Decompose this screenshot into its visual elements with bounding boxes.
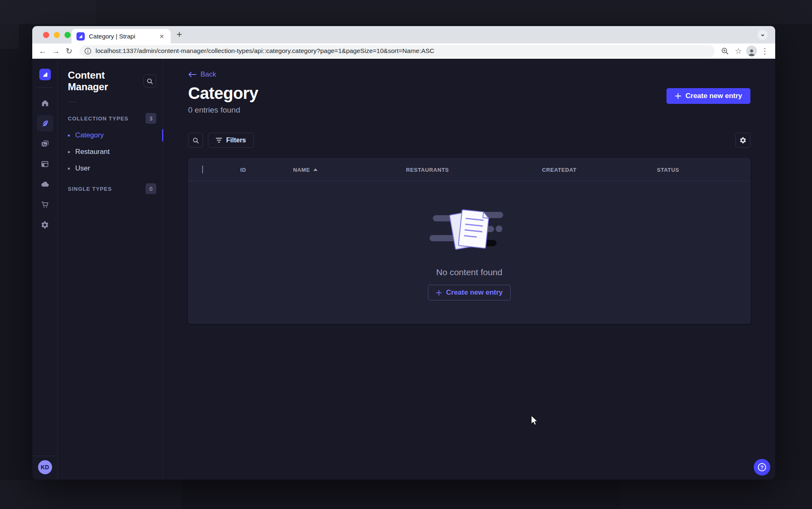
minimize-window-button[interactable] — [54, 32, 60, 38]
subnav-item-category[interactable]: Category — [58, 127, 163, 144]
home-icon — [41, 99, 49, 107]
search-icon — [146, 78, 153, 85]
gear-icon — [41, 221, 49, 229]
help-button[interactable]: ? — [754, 459, 770, 475]
main-navbar: KD — [32, 59, 58, 480]
select-all-checkbox[interactable] — [202, 166, 203, 173]
subnav-item-restaurant[interactable]: Restaurant — [58, 144, 163, 160]
mouse-cursor — [530, 415, 540, 427]
sidebar-item-home[interactable] — [37, 95, 53, 111]
collection-types-section-header: COLLECTION TYPES 3 — [58, 113, 163, 124]
list-search-button[interactable] — [188, 133, 203, 148]
sidebar-item-media-library[interactable] — [37, 135, 53, 152]
filter-icon — [216, 138, 222, 143]
shopping-cart-icon — [41, 200, 49, 209]
bookmark-star-icon[interactable]: ☆ — [733, 47, 744, 55]
desktop-wallpaper-block — [620, 480, 812, 509]
subnav-divider — [68, 102, 78, 102]
view-settings-button[interactable] — [736, 133, 750, 148]
browser-tab-strip: Category | Strapi ✕ + ⌄ — [32, 26, 775, 43]
subnav-item-label: Restaurant — [75, 148, 110, 156]
collection-types-label: COLLECTION TYPES — [68, 115, 129, 122]
sort-ascending-icon — [313, 168, 318, 171]
subnav-item-label: Category — [75, 131, 104, 139]
desktop-wallpaper-block — [0, 24, 19, 49]
arrow-left-icon — [188, 72, 196, 77]
plus-icon — [436, 290, 442, 296]
tab-title: Category | Strapi — [89, 33, 153, 40]
column-header-restaurants[interactable]: RESTAURANTS — [406, 167, 542, 173]
empty-state: No content found Create new entry — [189, 181, 750, 324]
layout-icon — [41, 160, 49, 168]
create-new-entry-button[interactable]: Create new entry — [666, 88, 750, 104]
maximize-window-button[interactable] — [64, 32, 71, 38]
empty-state-message: No content found — [436, 267, 502, 277]
browser-menu-kebab-icon[interactable]: ⋮ — [759, 47, 770, 55]
back-button[interactable]: ← — [37, 47, 48, 55]
media-library-icon — [41, 139, 49, 148]
create-new-entry-label: Create new entry — [685, 92, 742, 100]
single-types-label: SINGLE TYPES — [68, 186, 112, 192]
subnav-item-label: User — [75, 164, 90, 173]
strapi-admin-app: KD Content Manager COLLECTION TYPES 3 — [32, 59, 775, 480]
strapi-favicon — [76, 32, 85, 41]
subnav-search-button[interactable] — [143, 74, 156, 88]
navbar-divider — [38, 87, 53, 88]
plus-icon — [675, 93, 681, 99]
search-icon — [192, 137, 199, 144]
sidebar-item-settings[interactable] — [37, 216, 53, 233]
sidebar-item-cloud[interactable] — [37, 176, 53, 192]
column-header-createdat[interactable]: CREATEDAT — [542, 167, 657, 173]
desktop-wallpaper-block — [0, 0, 812, 24]
desktop-wallpaper-block — [0, 480, 182, 509]
bullet-icon — [68, 134, 70, 137]
collection-types-list: Category Restaurant User — [58, 127, 163, 177]
browser-toolbar: ← → ↻ localhost:1337/admin/content-manag… — [32, 43, 775, 59]
column-header-name[interactable]: NAME — [293, 167, 406, 173]
filters-label: Filters — [226, 137, 246, 144]
macos-traffic-lights — [43, 32, 71, 38]
strapi-logo[interactable] — [39, 69, 51, 80]
site-info-icon[interactable] — [84, 48, 91, 55]
close-window-button[interactable] — [43, 32, 49, 38]
back-link[interactable]: Back — [188, 70, 216, 79]
url-bar[interactable]: localhost:1337/admin/content-manager/col… — [79, 45, 715, 57]
user-avatar[interactable]: KD — [38, 460, 52, 474]
navbar-footer: KD — [32, 456, 57, 480]
tab-search-chevron-icon[interactable]: ⌄ — [757, 30, 768, 40]
tab-close-icon[interactable]: ✕ — [158, 32, 166, 41]
bullet-icon — [68, 151, 70, 153]
filters-button[interactable]: Filters — [208, 133, 254, 148]
desktop-wallpaper-block — [0, 0, 96, 24]
collection-types-count-badge: 3 — [146, 113, 156, 124]
bullet-icon — [68, 168, 70, 170]
sidebar-item-content-manager[interactable] — [37, 115, 53, 132]
zoom-icon[interactable] — [720, 47, 731, 55]
url-text: localhost:1337/admin/content-manager/col… — [96, 47, 435, 55]
reload-button[interactable]: ↻ — [64, 47, 74, 55]
browser-tab[interactable]: Category | Strapi ✕ — [72, 29, 171, 43]
page-title: Category — [188, 84, 750, 103]
subnav-item-user[interactable]: User — [58, 160, 163, 177]
table-header-row: ID NAME RESTAURANTS CREATEDAT STATUS — [189, 158, 750, 181]
column-header-id[interactable]: ID — [240, 167, 293, 173]
browser-profile-avatar[interactable] — [746, 46, 757, 56]
question-mark-icon: ? — [758, 463, 766, 471]
cloud-icon — [41, 180, 50, 189]
sidebar-item-marketplace[interactable] — [37, 196, 53, 213]
empty-create-entry-button[interactable]: Create new entry — [428, 285, 511, 300]
entries-table-card: ID NAME RESTAURANTS CREATEDAT STATUS — [188, 158, 750, 324]
empty-create-entry-label: Create new entry — [446, 288, 503, 297]
empty-documents-illustration — [429, 204, 510, 253]
forward-button[interactable]: → — [50, 47, 61, 55]
single-types-section-header: SINGLE TYPES 0 — [58, 183, 163, 194]
entries-count: 0 entries found — [188, 106, 750, 115]
person-icon — [748, 48, 756, 56]
column-header-status[interactable]: STATUS — [657, 167, 750, 173]
main-content: Back Category 0 entries found Create new… — [163, 59, 775, 480]
feather-pen-icon — [41, 119, 49, 128]
single-types-count-badge: 0 — [146, 183, 156, 194]
sidebar-item-content-type-builder[interactable] — [37, 156, 53, 172]
list-actions-row: Filters — [188, 133, 750, 148]
new-tab-button[interactable]: + — [177, 29, 182, 40]
